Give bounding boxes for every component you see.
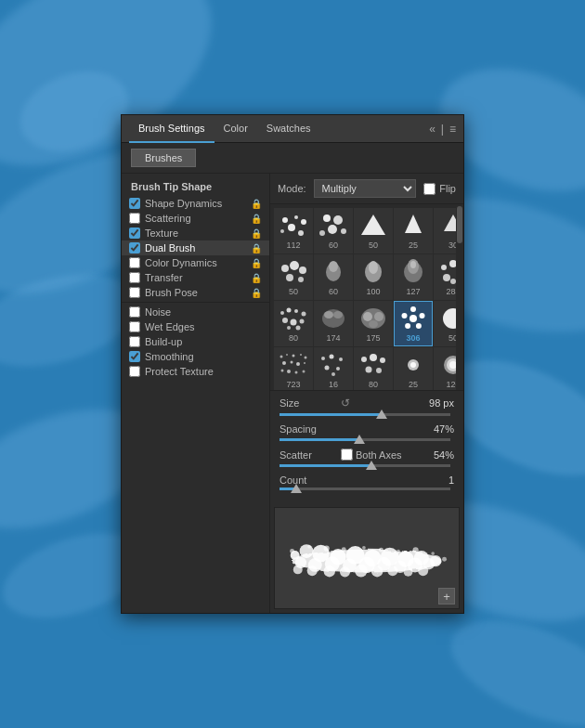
brush-thumb-175 xyxy=(357,305,390,332)
brush-pose-label: Brush Pose xyxy=(145,287,262,298)
svg-point-5 xyxy=(298,230,304,236)
svg-point-71 xyxy=(361,357,367,362)
shape-dynamics-checkbox[interactable] xyxy=(129,198,140,209)
brush-cell-25b[interactable]: 25 xyxy=(394,347,433,390)
both-axes-checkbox[interactable] xyxy=(341,448,353,461)
transfer-checkbox[interactable] xyxy=(129,272,140,283)
flip-checkbox[interactable] xyxy=(423,183,436,195)
smoothing-checkbox[interactable] xyxy=(129,351,140,362)
brush-num-100: 100 xyxy=(366,287,380,296)
right-panel: Mode: Multiply Normal Screen Overlay Fli… xyxy=(270,174,463,613)
svg-point-129 xyxy=(371,566,383,577)
svg-point-38 xyxy=(322,309,344,328)
sidebar-item-buildup[interactable]: Build-up xyxy=(122,334,269,349)
sidebar-item-transfer[interactable]: Transfer 🔒 xyxy=(122,270,269,285)
dual-brush-checkbox[interactable] xyxy=(129,242,140,254)
panel-header: Brush Settings Color Swatches « | ≡ xyxy=(122,115,463,143)
svg-point-9 xyxy=(319,230,325,236)
brush-cell-25[interactable]: 25 xyxy=(394,208,433,254)
size-label: Size xyxy=(280,397,335,409)
svg-point-7 xyxy=(333,215,343,225)
brush-cell-723[interactable]: 723 xyxy=(274,347,313,390)
brush-cell-60b[interactable]: 60 xyxy=(314,254,353,300)
mode-select[interactable]: Multiply Normal Screen Overlay xyxy=(314,179,417,198)
flip-row: Flip xyxy=(423,183,456,195)
svg-point-1 xyxy=(294,215,298,219)
spacing-slider-track[interactable] xyxy=(280,438,450,441)
svg-point-55 xyxy=(300,354,302,356)
sidebar-item-wet-edges[interactable]: Wet Edges xyxy=(122,319,269,334)
brush-cell-306[interactable]: 306 xyxy=(394,301,433,346)
svg-point-64 xyxy=(303,370,306,373)
left-sidebar: Brush Tip Shape Shape Dynamics 🔒 Scatter… xyxy=(122,174,270,613)
tab-brush-settings[interactable]: Brush Settings xyxy=(129,115,214,143)
scattering-checkbox[interactable] xyxy=(129,213,140,224)
wet-edges-checkbox[interactable] xyxy=(129,321,140,332)
brush-pose-checkbox[interactable] xyxy=(129,287,140,298)
brush-cell-50[interactable]: 50 xyxy=(354,208,393,254)
size-reset-icon[interactable]: ↺ xyxy=(341,396,350,410)
both-axes-label[interactable]: Both Axes xyxy=(341,448,402,461)
sidebar-item-smoothing[interactable]: Smoothing xyxy=(122,349,269,364)
panel-menu-icon[interactable]: ≡ xyxy=(449,123,456,136)
sidebar-item-dual-brush[interactable]: Dual Brush 🔒 xyxy=(122,240,269,255)
brush-cell-50b[interactable]: 50 xyxy=(274,254,313,300)
svg-point-126 xyxy=(324,566,335,577)
brushes-button[interactable]: Brushes xyxy=(131,149,196,167)
scatter-slider-fill xyxy=(280,464,371,467)
preview-add-button[interactable]: + xyxy=(438,588,455,604)
panel-arrows-icon[interactable]: « xyxy=(429,123,436,136)
tab-color[interactable]: Color xyxy=(214,115,257,143)
svg-point-125 xyxy=(307,566,318,576)
count-slider-thumb[interactable] xyxy=(291,484,302,493)
color-dynamics-lock: 🔒 xyxy=(251,258,262,268)
scatter-slider-track[interactable] xyxy=(280,464,450,467)
panel-body: Brush Tip Shape Shape Dynamics 🔒 Scatter… xyxy=(122,174,463,613)
texture-checkbox[interactable] xyxy=(129,228,140,239)
svg-point-12 xyxy=(290,261,299,270)
scatter-slider-thumb[interactable] xyxy=(366,461,377,470)
size-slider-thumb[interactable] xyxy=(376,410,387,419)
svg-point-14 xyxy=(286,274,293,281)
spacing-label: Spacing xyxy=(280,423,335,435)
brush-cell-175[interactable]: 175 xyxy=(354,301,393,346)
tab-swatches[interactable]: Swatches xyxy=(257,115,320,143)
noise-checkbox[interactable] xyxy=(129,306,140,318)
size-row: Size ↺ 98 px xyxy=(280,396,454,410)
sidebar-item-shape-dynamics[interactable]: Shape Dynamics 🔒 xyxy=(122,196,269,211)
svg-point-44 xyxy=(369,320,378,328)
protect-texture-checkbox[interactable] xyxy=(129,366,140,377)
brush-cell-16[interactable]: 16 xyxy=(314,347,353,390)
sidebar-item-texture[interactable]: Texture 🔒 xyxy=(122,226,269,240)
buildup-checkbox[interactable] xyxy=(129,336,140,347)
size-slider-track[interactable] xyxy=(280,413,450,416)
svg-point-52 xyxy=(280,356,283,358)
brush-cell-127[interactable]: 127 xyxy=(394,254,433,300)
svg-point-65 xyxy=(321,357,325,360)
svg-point-141 xyxy=(431,552,435,555)
count-slider-track[interactable] xyxy=(280,488,450,490)
brush-thumb-50 xyxy=(357,212,390,240)
smoothing-label: Smoothing xyxy=(145,351,262,362)
sidebar-item-protect-texture[interactable]: Protect Texture xyxy=(122,364,269,379)
brush-thumb-80 xyxy=(277,305,310,332)
scatter-label: Scatter xyxy=(280,449,335,461)
sidebar-section-title[interactable]: Brush Tip Shape xyxy=(122,177,269,196)
svg-point-49 xyxy=(402,313,408,318)
brush-cell-112[interactable]: 112 xyxy=(274,208,313,254)
brush-cell-174[interactable]: 174 xyxy=(314,301,353,346)
sidebar-item-scattering[interactable]: Scattering 🔒 xyxy=(122,211,269,226)
sidebar-item-noise[interactable]: Noise xyxy=(122,305,269,319)
spacing-slider-thumb[interactable] xyxy=(354,435,365,444)
sidebar-item-brush-pose[interactable]: Brush Pose 🔒 xyxy=(122,285,269,300)
brush-num-60b: 60 xyxy=(329,287,338,296)
brush-cell-60[interactable]: 60 xyxy=(314,208,353,254)
color-dynamics-checkbox[interactable] xyxy=(129,257,140,268)
brush-cell-80b[interactable]: 80 xyxy=(354,347,393,390)
brush-cell-80[interactable]: 80 xyxy=(274,301,313,346)
count-value: 1 xyxy=(422,474,454,486)
sidebar-item-color-dynamics[interactable]: Color Dynamics 🔒 xyxy=(122,255,269,270)
brush-cell-100[interactable]: 100 xyxy=(354,254,393,300)
svg-point-3 xyxy=(288,224,295,231)
brush-grid-scrollbar[interactable] xyxy=(456,204,463,390)
